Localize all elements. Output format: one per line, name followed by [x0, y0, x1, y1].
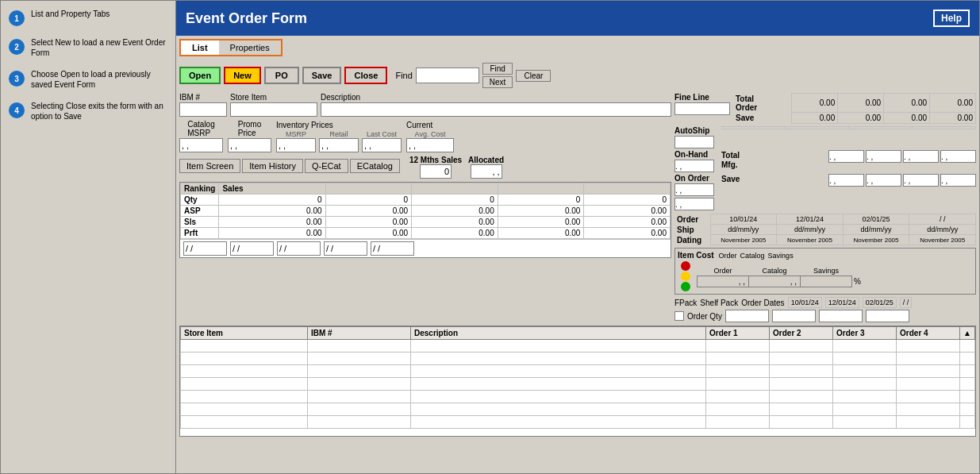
col-order1: Order 1: [706, 327, 770, 340]
msrp-sub-label: MSRP: [286, 130, 306, 138]
form-title: Event Order Form: [186, 10, 307, 27]
total-order-val2: 0.00: [838, 94, 884, 113]
ecatalog-button[interactable]: ECatalog: [350, 159, 400, 173]
fpack-label: FPack: [674, 299, 697, 307]
table-cell: [770, 340, 833, 353]
table-row: Qty 00000: [181, 195, 671, 206]
allocated-input[interactable]: [471, 164, 502, 179]
mfg-save-v2[interactable]: [866, 174, 901, 187]
table-cell: [833, 416, 897, 429]
mfg-save-v1[interactable]: [828, 174, 864, 187]
mfg-v1[interactable]: [828, 150, 864, 163]
table-row: [181, 403, 975, 416]
ship-date-1: dd/mm/yy: [710, 225, 777, 235]
table-cell: [897, 378, 960, 391]
q-ecat-button[interactable]: Q-ECat: [305, 159, 348, 173]
order-qty-4[interactable]: [866, 310, 909, 322]
date-input-1[interactable]: [183, 241, 227, 256]
po-button[interactable]: PO: [264, 67, 299, 84]
mfg-v3[interactable]: [903, 150, 939, 163]
close-button[interactable]: Close: [344, 67, 387, 84]
fine-line-input[interactable]: [674, 102, 730, 115]
col-order2: Order 2: [770, 327, 833, 340]
on-order-input[interactable]: [674, 183, 714, 196]
table-cell: [960, 416, 975, 429]
on-order-input2[interactable]: [674, 198, 714, 210]
retail-input[interactable]: [319, 138, 359, 152]
order-qty-label: Order Qty: [687, 312, 722, 321]
mfg-save-v3[interactable]: [903, 174, 939, 187]
table-cell: [897, 365, 960, 378]
catalog-row: CatalogMSRP PromoPrice Inventory Prices: [179, 120, 671, 152]
table-cell: [770, 416, 833, 429]
table-row: Prft 0.000.000.000.000.00: [181, 228, 671, 239]
table-cell: [181, 365, 308, 378]
table-cell: [308, 365, 411, 378]
sales-grid: Ranking Sales Qty: [179, 182, 671, 258]
order-qty-1[interactable]: [725, 310, 769, 322]
last-cost-input[interactable]: [362, 138, 402, 152]
description-input[interactable]: [321, 102, 671, 117]
col-ranking: Ranking: [181, 183, 219, 195]
autoship-v4: [913, 127, 976, 129]
catalog-msrp-label: CatalogMSRP: [187, 120, 214, 137]
date-input-2[interactable]: [230, 241, 274, 256]
item-screen-button[interactable]: Item Screen: [179, 159, 240, 173]
table-cell: [833, 378, 897, 391]
store-item-input[interactable]: [230, 102, 317, 117]
item-cost-label: Item Cost: [678, 251, 714, 260]
clear-button[interactable]: Clear: [516, 70, 551, 82]
find-input[interactable]: [416, 67, 479, 83]
fpack-checkbox[interactable]: [674, 311, 684, 321]
autoship-input[interactable]: [674, 136, 714, 148]
new-button[interactable]: New: [224, 67, 261, 84]
dating-1: November 2005: [710, 235, 777, 245]
next-button[interactable]: Next: [482, 76, 513, 88]
date-input-4[interactable]: [324, 241, 367, 256]
table-cell: [308, 416, 411, 429]
order-label: Order: [674, 214, 710, 225]
date-input-3[interactable]: [277, 241, 321, 256]
msrp-input[interactable]: [276, 138, 316, 152]
date-input-5[interactable]: [371, 241, 414, 256]
form-header: Event Order Form Help: [176, 1, 979, 36]
avg-cost-input[interactable]: [406, 138, 454, 152]
find-button[interactable]: Find: [482, 63, 513, 75]
action-buttons: Item Screen Item History Q-ECat ECatalog: [179, 159, 400, 173]
table-cell: [181, 353, 308, 365]
table-cell: [960, 365, 975, 378]
save-button[interactable]: Save: [302, 67, 342, 84]
save-val4: 0.00: [930, 113, 976, 124]
find-label: Find: [395, 71, 412, 80]
promo-price-input[interactable]: [228, 138, 271, 152]
order-qty-2[interactable]: [772, 310, 816, 322]
table-cell: [706, 378, 770, 391]
fpack-date-2: 12/01/24: [825, 297, 859, 308]
table-cell: [181, 416, 308, 429]
twelve-mths-input[interactable]: [420, 164, 452, 179]
table-cell: [181, 391, 308, 403]
on-hand-input[interactable]: [674, 160, 714, 172]
mfg-v2[interactable]: [866, 150, 901, 163]
avg-cost-sub-label: Avg. Cost: [415, 130, 446, 138]
table-cell: [833, 391, 897, 403]
annotation-text-3: Choose Open to load a previously saved E…: [31, 69, 167, 90]
open-button[interactable]: Open: [179, 67, 221, 84]
table-row: [181, 416, 975, 429]
tab-list[interactable]: List: [181, 40, 219, 55]
ibm-input[interactable]: [179, 102, 227, 117]
total-order-val3: 0.00: [884, 94, 930, 113]
mfg-save-v4[interactable]: [940, 174, 976, 187]
catalog-msrp-input[interactable]: [179, 138, 223, 152]
item-history-button[interactable]: Item History: [242, 159, 303, 173]
col-order3: Order 3: [833, 327, 897, 340]
help-button[interactable]: Help: [933, 10, 970, 27]
table-cell: [770, 391, 833, 403]
autoship-v3: [849, 127, 913, 129]
mfg-v4[interactable]: [940, 150, 976, 163]
tab-properties[interactable]: Properties: [219, 40, 281, 55]
save-row-label: Save: [733, 113, 792, 124]
table-cell: [770, 403, 833, 416]
order-qty-3[interactable]: [819, 310, 863, 322]
annotation-1: 1 List and Property Tabs: [9, 9, 167, 26]
